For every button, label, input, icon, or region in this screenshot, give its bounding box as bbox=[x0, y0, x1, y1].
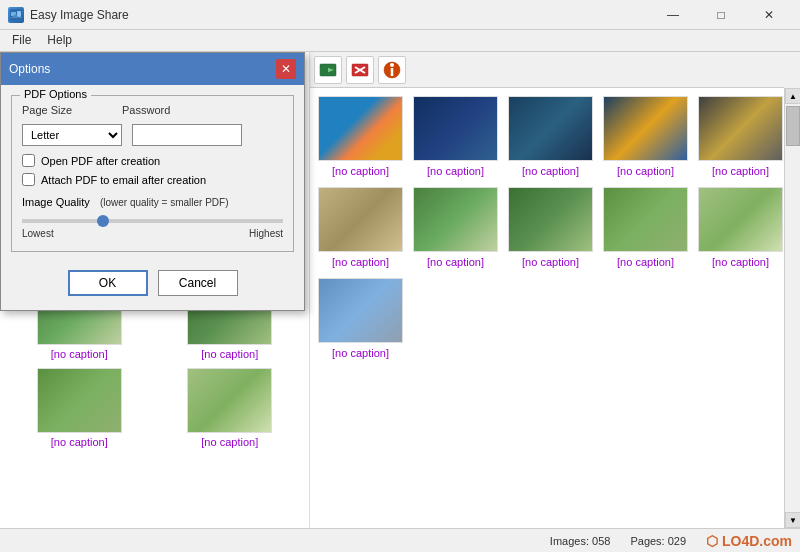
list-item: [no caption] bbox=[508, 187, 593, 268]
scroll-up-button[interactable]: ▲ bbox=[785, 88, 800, 104]
group-label: PDF Options bbox=[20, 88, 91, 100]
app-title: Easy Image Share bbox=[30, 8, 129, 22]
list-item: [no caption] bbox=[318, 96, 403, 177]
list-item: [no caption] bbox=[318, 278, 403, 359]
image-caption: [no caption] bbox=[332, 165, 389, 177]
password-input[interactable] bbox=[132, 124, 242, 146]
slider-labels: Lowest Highest bbox=[22, 228, 283, 239]
image-caption: [no caption] bbox=[712, 165, 769, 177]
list-item: [no caption] bbox=[159, 368, 302, 448]
status-images: Images: 058 bbox=[550, 535, 611, 547]
quality-note: (lower quality = smaller PDF) bbox=[100, 197, 229, 208]
minimize-button[interactable]: — bbox=[650, 0, 696, 30]
dialog-title-bar: Options ✕ bbox=[1, 53, 304, 85]
open-pdf-checkbox[interactable] bbox=[22, 154, 35, 167]
image-caption: [no caption] bbox=[522, 256, 579, 268]
dialog-buttons: OK Cancel bbox=[11, 262, 294, 300]
svg-rect-6 bbox=[320, 67, 328, 73]
pages-label: Pages: bbox=[630, 535, 664, 547]
attach-pdf-label[interactable]: Attach PDF to email after creation bbox=[41, 174, 206, 186]
maximize-button[interactable]: □ bbox=[698, 0, 744, 30]
thumbnail[interactable] bbox=[508, 96, 593, 161]
page-size-label: Page Size bbox=[22, 104, 82, 116]
image-caption: [no caption] bbox=[51, 436, 108, 448]
image-caption: [no caption] bbox=[617, 256, 674, 268]
list-item: [no caption] bbox=[8, 368, 151, 448]
help-button[interactable] bbox=[378, 56, 406, 84]
dialog-body: PDF Options Page Size Password Letter A4… bbox=[1, 85, 304, 310]
list-item: [no caption] bbox=[603, 187, 688, 268]
title-bar-controls: — □ ✕ bbox=[650, 0, 792, 30]
open-pdf-label[interactable]: Open PDF after creation bbox=[41, 155, 160, 167]
svg-point-11 bbox=[390, 63, 394, 67]
list-item: [no caption] bbox=[698, 96, 783, 177]
status-bar: Images: 058 Pages: 029 ⬡ LO4D.com bbox=[0, 528, 800, 552]
thumbnail[interactable] bbox=[413, 96, 498, 161]
image-caption: [no caption] bbox=[332, 347, 389, 359]
dialog-title: Options bbox=[9, 62, 50, 76]
image-caption: [no caption] bbox=[522, 165, 579, 177]
thumbnail bbox=[37, 368, 122, 433]
svg-rect-2 bbox=[17, 11, 21, 17]
scroll-thumb[interactable] bbox=[786, 106, 800, 146]
close-button[interactable]: ✕ bbox=[746, 0, 792, 30]
watermark-logo: ⬡ LO4D.com bbox=[706, 533, 792, 549]
thumbnail[interactable] bbox=[698, 187, 783, 252]
quality-highest-label: Highest bbox=[249, 228, 283, 239]
quality-label-row: Image Quality (lower quality = smaller P… bbox=[22, 196, 283, 208]
list-item: [no caption] bbox=[603, 96, 688, 177]
list-item: [no caption] bbox=[698, 187, 783, 268]
thumbnail bbox=[187, 368, 272, 433]
image-caption: [no caption] bbox=[712, 256, 769, 268]
page-size-select[interactable]: Letter A4 A3 Legal bbox=[22, 124, 122, 146]
cancel-button[interactable]: Cancel bbox=[158, 270, 238, 296]
menu-help[interactable]: Help bbox=[39, 30, 80, 51]
image-caption: [no caption] bbox=[51, 348, 108, 360]
list-item: [no caption] bbox=[318, 187, 403, 268]
images-value: 058 bbox=[592, 535, 610, 547]
thumbnail[interactable] bbox=[603, 187, 688, 252]
thumbnail[interactable] bbox=[318, 96, 403, 161]
thumbnail[interactable] bbox=[603, 96, 688, 161]
images-label: Images: bbox=[550, 535, 589, 547]
thumbnail[interactable] bbox=[508, 187, 593, 252]
thumbnail[interactable] bbox=[413, 187, 498, 252]
image-caption: [no caption] bbox=[332, 256, 389, 268]
image-grid: [no caption] [no caption] [no caption] [… bbox=[318, 96, 776, 359]
list-item: [no caption] bbox=[508, 96, 593, 177]
image-grid-container[interactable]: [no caption] [no caption] [no caption] [… bbox=[310, 88, 784, 528]
thumbnail[interactable] bbox=[318, 187, 403, 252]
menu-bar: File Help bbox=[0, 30, 800, 52]
options-dialog: Options ✕ PDF Options Page Size Password… bbox=[0, 52, 305, 311]
ok-button[interactable]: OK bbox=[68, 270, 148, 296]
scrollbar[interactable]: ▲ ▼ bbox=[784, 88, 800, 528]
list-item: [no caption] bbox=[413, 96, 498, 177]
image-caption: [no caption] bbox=[201, 436, 258, 448]
image-caption: [no caption] bbox=[617, 165, 674, 177]
title-bar-left: Easy Image Share bbox=[8, 7, 129, 23]
attach-pdf-checkbox[interactable] bbox=[22, 173, 35, 186]
pages-value: 029 bbox=[668, 535, 686, 547]
menu-file[interactable]: File bbox=[4, 30, 39, 51]
title-bar: Easy Image Share — □ ✕ bbox=[0, 0, 800, 30]
quality-section: Image Quality (lower quality = smaller P… bbox=[22, 192, 283, 243]
thumbnail[interactable] bbox=[698, 96, 783, 161]
open-pdf-checkbox-row: Open PDF after creation bbox=[22, 154, 283, 167]
pdf-options-group: PDF Options Page Size Password Letter A4… bbox=[11, 95, 294, 252]
quality-slider[interactable] bbox=[22, 219, 283, 223]
content-area: [no caption] [no caption] [no caption] [… bbox=[0, 52, 800, 528]
share-button[interactable] bbox=[314, 56, 342, 84]
password-label: Password bbox=[122, 104, 182, 116]
dialog-close-button[interactable]: ✕ bbox=[276, 59, 296, 79]
image-caption: [no caption] bbox=[427, 165, 484, 177]
controls-row: Letter A4 A3 Legal bbox=[22, 124, 283, 146]
delete-button[interactable] bbox=[346, 56, 374, 84]
quality-lowest-label: Lowest bbox=[22, 228, 54, 239]
scroll-down-button[interactable]: ▼ bbox=[785, 512, 800, 528]
toolbar bbox=[310, 52, 784, 88]
image-caption: [no caption] bbox=[201, 348, 258, 360]
list-item: [no caption] bbox=[413, 187, 498, 268]
thumbnail[interactable] bbox=[318, 278, 403, 343]
app-window: Easy Image Share — □ ✕ File Help [no cap… bbox=[0, 0, 800, 552]
image-caption: [no caption] bbox=[427, 256, 484, 268]
